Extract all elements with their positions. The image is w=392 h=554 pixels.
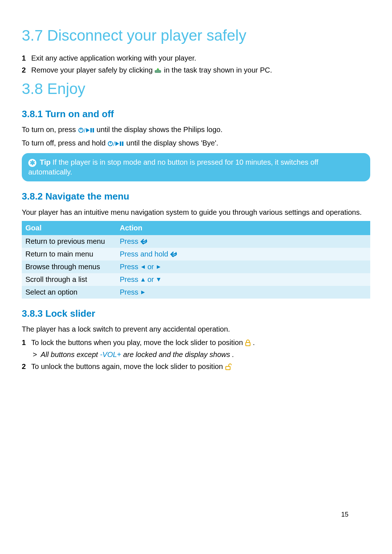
item-number: 1	[22, 338, 31, 348]
item-text: Remove your player safely by clicking in…	[31, 65, 370, 75]
page-number: 15	[341, 510, 348, 519]
item-text: Exit any active application working with…	[31, 53, 370, 63]
svg-text:/: /	[113, 141, 115, 147]
paragraph: To turn off, press and hold / until the …	[22, 138, 370, 148]
svg-rect-12	[120, 141, 121, 146]
col-action: Action	[116, 221, 370, 235]
power-play-icon: /	[107, 140, 124, 147]
result-note: > All buttons except -VOL+ are locked an…	[33, 350, 370, 360]
tip-callout: ✱ Tip If the player is in stop mode and …	[22, 153, 370, 181]
paragraph: Your player has an intuitive menu naviga…	[22, 208, 370, 217]
svg-marker-15	[157, 265, 160, 269]
table-row: Browse through menus Press or	[22, 260, 370, 273]
caret: >	[33, 350, 41, 360]
svg-rect-0	[155, 70, 161, 73]
col-goal: Goal	[22, 221, 116, 235]
result-text: All buttons except -VOL+ are locked and …	[41, 350, 234, 360]
svg-marker-11	[115, 141, 119, 146]
svg-marker-16	[141, 278, 145, 282]
svg-rect-6	[90, 128, 92, 132]
table-row: Return to main menu Press and hold	[22, 248, 370, 260]
list-item: 1 To lock the buttons when you play, mov…	[22, 338, 370, 348]
goal-cell: Select an option	[22, 286, 116, 299]
left-icon	[140, 264, 146, 270]
svg-marker-18	[141, 291, 145, 294]
table-row: Scroll through a list Press or	[22, 273, 370, 286]
tip-text: If the player is in stop mode and no but…	[28, 158, 318, 176]
svg-marker-1	[156, 68, 159, 70]
svg-marker-5	[86, 128, 90, 132]
goal-cell: Return to main menu	[22, 248, 116, 260]
section-3-7-heading: 3.7 Disconnect your player safely	[22, 25, 370, 46]
svg-marker-14	[141, 265, 145, 269]
list-item: 2 Remove your player safely by clicking …	[22, 65, 370, 75]
action-cell: Press	[116, 286, 370, 299]
table-row: Return to previous menu Press	[22, 235, 370, 248]
table-row: Select an option Press	[22, 286, 370, 299]
tip-label: Tip	[40, 158, 51, 166]
action-cell: Press or	[116, 260, 370, 273]
lock-open-icon	[225, 364, 232, 370]
svg-marker-17	[157, 278, 160, 282]
action-cell: Press and hold	[116, 248, 370, 260]
action-cell: Press	[116, 235, 370, 248]
list-item: 1 Exit any active application working wi…	[22, 53, 370, 63]
svg-text:/: /	[84, 127, 86, 134]
paragraph: The player has a lock switch to prevent …	[22, 324, 370, 334]
section-3-8-heading: 3.8 Enjoy	[22, 79, 370, 99]
svg-rect-19	[246, 342, 250, 346]
right-icon	[156, 264, 161, 270]
action-cell: Press or	[116, 273, 370, 286]
navigation-table: Goal Action Return to previous menu Pres…	[22, 221, 370, 299]
item-number: 2	[22, 362, 31, 372]
goal-cell: Scroll through a list	[22, 273, 116, 286]
right-icon	[140, 290, 146, 295]
item-text: To lock the buttons when you play, move …	[31, 338, 370, 348]
back-icon	[140, 238, 148, 245]
table-header-row: Goal Action	[22, 221, 370, 235]
item-number: 1	[22, 53, 31, 63]
remove-hardware-icon	[155, 67, 162, 74]
item-text: To unlock the buttons again, move the lo…	[31, 362, 370, 372]
section-3-8-1-heading: 3.8.1 Turn on and off	[22, 108, 370, 120]
list-item: 2 To unlock the buttons again, move the …	[22, 362, 370, 372]
section-3-8-3-heading: 3.8.3 Lock slider	[22, 307, 370, 320]
svg-rect-7	[93, 128, 94, 132]
back-icon	[170, 251, 178, 258]
lock-closed-icon	[245, 340, 251, 346]
goal-cell: Browse through menus	[22, 260, 116, 273]
goal-cell: Return to previous menu	[22, 235, 116, 248]
item-number: 2	[22, 65, 31, 75]
up-icon	[140, 277, 146, 282]
tip-icon: ✱	[28, 159, 36, 167]
paragraph: To turn on, press / until the display sh…	[22, 125, 370, 135]
power-play-icon: /	[78, 127, 95, 134]
section-3-8-2-heading: 3.8.2 Navigate the menu	[22, 190, 370, 203]
svg-rect-20	[226, 366, 230, 370]
svg-rect-13	[122, 141, 123, 146]
down-icon	[156, 277, 161, 282]
